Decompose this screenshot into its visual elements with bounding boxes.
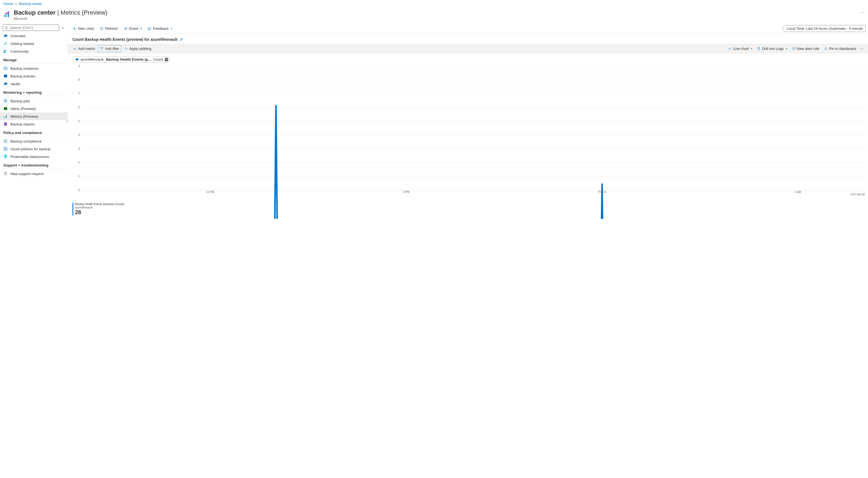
svg-rect-17	[4, 122, 7, 126]
sidebar-item-overview[interactable]: Overview	[0, 32, 67, 40]
sidebar-item-backup-instances[interactable]: Backup instances	[0, 64, 67, 72]
expand-arrow-button[interactable]: ‹	[66, 119, 68, 124]
svg-rect-1	[6, 14, 7, 18]
svg-rect-15	[5, 116, 5, 118]
alert-rule-icon	[792, 47, 796, 51]
svg-rect-2	[8, 12, 9, 18]
breadcrumb-current-link[interactable]: Backup center	[19, 2, 42, 6]
chevron-down-icon: ▾	[751, 47, 752, 50]
sidebar-item-label: Overview	[10, 34, 25, 38]
share-button[interactable]: Share▾	[120, 25, 145, 32]
service-icon	[3, 10, 11, 19]
svg-point-20	[5, 148, 6, 149]
sidebar-heading-manage: Manage	[0, 55, 67, 63]
chevron-down-icon: ▾	[786, 47, 787, 50]
sidebar-item-label: Backup instances	[10, 66, 39, 70]
drill-logs-button[interactable]: Drill into Logs▾	[755, 45, 789, 52]
sidebar-item-label: Getting started	[10, 41, 34, 46]
sidebar-item-metrics[interactable]: Metrics (Preview)	[0, 113, 67, 120]
policy-icon	[3, 147, 8, 151]
sidebar-item-backup-compliance[interactable]: Backup compliance	[0, 137, 67, 145]
sidebar-item-backup-policies[interactable]: Backup policies	[0, 72, 67, 80]
breadcrumb-home-link[interactable]: Home	[3, 2, 13, 6]
filter-icon	[100, 47, 104, 51]
add-metric-button[interactable]: Add metric	[71, 45, 97, 52]
search-input[interactable]	[10, 26, 57, 30]
header-more-button[interactable]: ⋯	[860, 9, 865, 15]
svg-point-22	[5, 172, 6, 174]
pin-icon	[824, 47, 828, 51]
sidebar-item-backup-jobs[interactable]: Backup jobs	[0, 97, 67, 105]
collapse-sidebar-button[interactable]: «	[61, 25, 65, 31]
chevron-down-icon: ▾	[171, 27, 172, 30]
sidebar-item-label: Metrics (Preview)	[10, 114, 38, 119]
share-icon	[123, 27, 127, 31]
new-alert-button[interactable]: New alert rule	[790, 45, 822, 52]
chart-more-button[interactable]: ⋯	[859, 45, 865, 52]
chart-icon	[3, 114, 8, 119]
search-input-wrap[interactable]	[3, 25, 59, 31]
rocket-icon	[3, 41, 8, 46]
logs-icon	[757, 47, 761, 51]
instance-icon	[3, 66, 8, 70]
vault-icon	[3, 82, 8, 86]
x-axis: 12 PM6 PMThu 216 AM	[81, 190, 865, 196]
remove-metric-button[interactable]: ✕	[164, 58, 168, 61]
sidebar-item-vaults[interactable]: Vaults	[0, 80, 67, 88]
chart-toolbar: Add metric Add filter Apply splitting Li…	[67, 44, 868, 54]
svg-rect-7	[4, 67, 7, 70]
sidebar-item-label: Alerts (Preview)	[10, 107, 36, 111]
new-chart-button[interactable]: New chart	[70, 25, 97, 32]
svg-point-6	[6, 50, 7, 51]
sidebar-heading-support: Support + troubleshooting	[0, 160, 67, 169]
apply-splitting-button[interactable]: Apply splitting	[122, 45, 153, 52]
sidebar-item-backup-reports[interactable]: Backup reports	[0, 120, 67, 128]
svg-rect-9	[4, 75, 7, 76]
page-title: Backup center | Metrics (Preview)	[14, 9, 856, 16]
compliance-icon	[3, 139, 8, 143]
page-header: Backup center | Metrics (Preview) Micros…	[0, 7, 868, 24]
sidebar-item-label: New support request	[10, 172, 43, 176]
support-icon	[3, 172, 8, 176]
sidebar-heading-policy: Policy and compliance	[0, 128, 67, 136]
sidebar-item-label: Azure policies for backup	[10, 147, 51, 151]
sidebar-item-label: Backup jobs	[10, 99, 30, 103]
edit-icon[interactable]	[180, 37, 183, 41]
sidebar-item-alerts[interactable]: Alerts (Preview)	[0, 105, 67, 113]
feedback-button[interactable]: Feedback▾	[145, 25, 175, 32]
breadcrumb: Home > Backup center	[0, 0, 868, 7]
svg-point-3	[5, 27, 7, 28]
search-icon	[5, 26, 8, 30]
metric-pill[interactable]: azurefilesvault, Backup Health Events (p…	[72, 56, 170, 63]
sidebar-item-label: Protectable datasources	[10, 155, 49, 159]
metric-resource: azurefilesvault,	[81, 57, 104, 61]
svg-point-5	[4, 50, 5, 51]
line-chart-button[interactable]: Line chart▾	[726, 45, 754, 52]
people-icon	[3, 49, 8, 54]
svg-rect-0	[4, 15, 5, 18]
refresh-button[interactable]: Refresh	[97, 25, 121, 32]
add-filter-button[interactable]: Add filter	[98, 45, 121, 52]
sidebar: « Overview Getting started Community Man…	[0, 24, 67, 219]
main-content: ‹ New chart Refresh Share▾ Feedback▾ Loc…	[67, 24, 868, 219]
metric-agg: Count	[153, 57, 163, 61]
smile-icon	[148, 27, 151, 31]
sidebar-item-label: Backup reports	[10, 122, 34, 126]
page-subtitle: Microsoft	[14, 17, 856, 21]
alert-icon	[3, 107, 8, 111]
sidebar-heading-monitoring: Monitoring + reporting	[0, 88, 67, 96]
sidebar-item-new-support[interactable]: New support request	[0, 170, 67, 178]
sidebar-item-label: Community	[10, 49, 29, 54]
sidebar-item-community[interactable]: Community	[0, 48, 67, 55]
svg-rect-14	[4, 117, 4, 118]
sidebar-item-getting-started[interactable]: Getting started	[0, 40, 67, 48]
chevron-down-icon: ▾	[141, 27, 142, 30]
sidebar-item-protectable[interactable]: Protectable datasources	[0, 153, 67, 160]
time-range-button[interactable]: Local Time: Last 24 hours (Automatic - 5…	[782, 25, 866, 32]
sidebar-item-azure-policies[interactable]: Azure policies for backup	[0, 145, 67, 153]
cloud-icon	[3, 34, 8, 38]
line-chart-icon	[728, 47, 732, 51]
report-icon	[3, 122, 8, 126]
svg-rect-16	[6, 115, 7, 118]
pin-button[interactable]: Pin to dashboard	[822, 45, 858, 52]
